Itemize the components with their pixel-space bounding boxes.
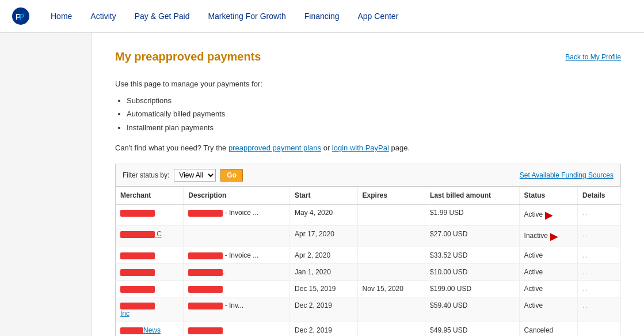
cell-start: Apr 17, 2020: [290, 226, 357, 247]
table-row: - Invoice ...May 4, 2020$1.99 USDActive▶…: [116, 205, 621, 226]
cell-expires: [357, 205, 425, 226]
col-merchant: Merchant: [116, 187, 184, 205]
cell-status: Active▶: [519, 205, 577, 226]
cell-last-billed: $199.00 USD: [425, 281, 520, 297]
table-row: CApr 17, 2020$27.00 USDInactive▶..: [116, 226, 621, 247]
status-badge: Active: [524, 301, 543, 309]
status-badge: Active: [524, 251, 543, 259]
table-row: - Invoice ...Apr 2, 2020$33.52 USDActive…: [116, 247, 621, 264]
cell-details[interactable]: ..: [578, 205, 621, 226]
table-row: .Jan 1, 2020$10.00 USDActive..: [116, 264, 621, 281]
cell-status: Active: [519, 281, 577, 297]
nav-app-center[interactable]: App Center: [349, 0, 408, 33]
cell-expires: [357, 322, 425, 336]
cell-start: Dec 15, 2019: [290, 281, 357, 297]
nav-pay-get-paid[interactable]: Pay & Get Paid: [125, 0, 199, 33]
description-suffix: - Invoice ...: [223, 209, 258, 217]
sidebar: [0, 33, 92, 336]
table-header-row: Merchant Description Start Expires Last …: [116, 187, 621, 205]
cell-details[interactable]: ..: [578, 281, 621, 297]
redacted-description: [188, 286, 223, 293]
details-dots: ..: [582, 285, 589, 293]
filter-select[interactable]: View All: [174, 169, 216, 182]
cell-details[interactable]: ..: [578, 226, 621, 247]
redacted-merchant: [120, 252, 155, 259]
col-start: Start: [290, 187, 357, 205]
details-dots: ..: [582, 209, 589, 217]
details-dots: ..: [582, 251, 589, 259]
cell-merchant: [116, 247, 184, 264]
table-row: NewsDec 2, 2019$49.95 USDCanceled: [116, 322, 621, 336]
preapproved-plans-link[interactable]: preapproved payment plans: [228, 144, 321, 152]
redacted-merchant2: [120, 327, 143, 334]
details-dots: ..: [582, 230, 589, 238]
bullet-auto-billed: Automatically billed payments: [127, 107, 621, 120]
bullet-subscriptions: Subscriptions: [127, 94, 621, 107]
redacted-description: [188, 327, 223, 334]
status-badge: Active: [524, 285, 543, 293]
cell-description: - Inv...: [184, 297, 290, 322]
cell-merchant: [116, 281, 184, 297]
set-funding-sources-link[interactable]: Set Available Funding Sources: [520, 171, 613, 179]
cell-merchant: [116, 205, 184, 226]
redacted-merchant: [120, 286, 155, 293]
filter-bar: Filter status by: View All Go Set Availa…: [115, 164, 621, 187]
merchant-suffix: Inc: [120, 309, 129, 318]
paypal-logo-icon: P P: [12, 7, 30, 25]
cell-last-billed: $27.00 USD: [425, 226, 520, 247]
cant-find-text: Can't find what you need? Try the preapp…: [115, 144, 621, 152]
cell-last-billed: $49.95 USD: [425, 322, 520, 336]
redacted-description: [188, 269, 223, 276]
cell-last-billed: $59.40 USD: [425, 297, 520, 322]
status-arrow-icon: ▶: [545, 209, 553, 221]
page-title: My preapproved payments: [115, 50, 261, 63]
cell-description: - Invoice ...: [184, 247, 290, 264]
col-details: Details: [578, 187, 621, 205]
col-last-billed: Last billed amount: [425, 187, 520, 205]
description-suffix: .: [223, 268, 224, 276]
redacted-description: [188, 210, 223, 217]
go-button[interactable]: Go: [220, 169, 243, 182]
nav-activity[interactable]: Activity: [81, 0, 125, 33]
cell-start: Dec 2, 2019: [290, 297, 357, 322]
cell-details[interactable]: ..: [578, 247, 621, 264]
col-description: Description: [184, 187, 290, 205]
col-status: Status: [519, 187, 577, 205]
cell-description: - Invoice ...: [184, 205, 290, 226]
status-arrow-icon: ▶: [550, 230, 558, 243]
filter-label: Filter status by:: [123, 171, 169, 179]
back-to-profile-link[interactable]: Back to My Profile: [565, 53, 621, 61]
filter-left: Filter status by: View All Go: [123, 169, 243, 182]
cell-expires: [357, 297, 425, 322]
details-dots: ..: [582, 301, 589, 309]
status-badge: Canceled: [524, 326, 554, 334]
nav-bar: P P Home Activity Pay & Get Paid Marketi…: [0, 0, 644, 33]
cell-merchant: Inc: [116, 297, 184, 322]
nav-financing[interactable]: Financing: [295, 0, 349, 33]
cell-details: [578, 322, 621, 336]
cell-description: [184, 226, 290, 247]
cell-description: [184, 322, 290, 336]
cell-status: Active: [519, 247, 577, 264]
cell-description: [184, 281, 290, 297]
cell-start: Apr 2, 2020: [290, 247, 357, 264]
nav-marketing[interactable]: Marketing For Growth: [199, 0, 295, 33]
payments-table: Merchant Description Start Expires Last …: [115, 187, 621, 336]
redacted-merchant: [120, 210, 155, 217]
redacted-description: [188, 303, 223, 309]
cell-details[interactable]: ..: [578, 297, 621, 322]
nav-links: Home Activity Pay & Get Paid Marketing F…: [41, 0, 407, 32]
cell-start: Jan 1, 2020: [290, 264, 357, 281]
cell-details[interactable]: ..: [578, 264, 621, 281]
cell-start: Dec 2, 2019: [290, 322, 357, 336]
svg-text:P: P: [19, 12, 24, 21]
description-suffix: - Inv...: [223, 301, 243, 309]
cell-merchant: [116, 264, 184, 281]
redacted-merchant: [120, 269, 155, 276]
redacted-merchant: [120, 231, 155, 238]
col-expires: Expires: [357, 187, 425, 205]
login-paypal-link[interactable]: login with PayPal: [332, 144, 389, 152]
cell-description: .: [184, 264, 290, 281]
nav-home[interactable]: Home: [41, 0, 81, 33]
merchant-news-link[interactable]: News: [143, 326, 161, 334]
